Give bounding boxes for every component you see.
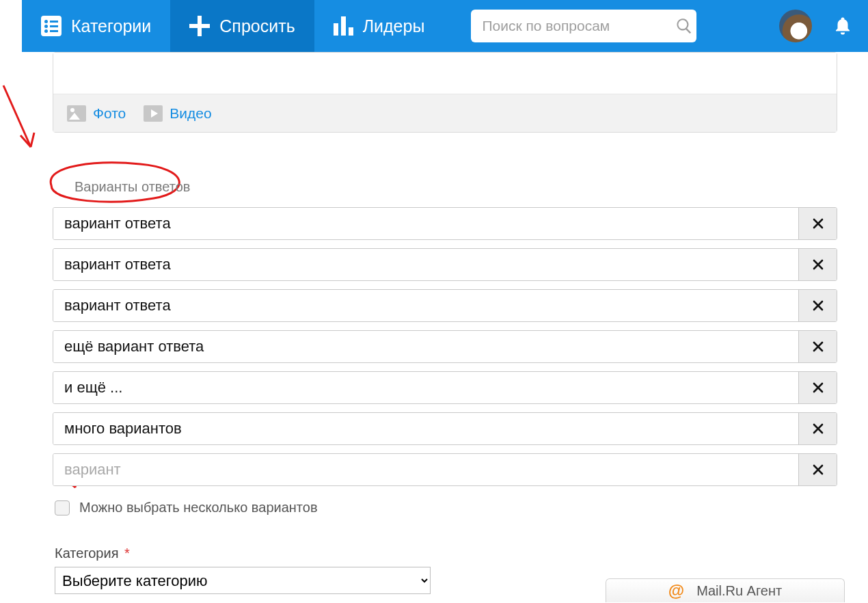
close-icon [812,423,824,435]
mailru-agent-button[interactable]: @ Mail.Ru Агент [606,578,845,602]
top-nav: Категории Спросить Лидеры [22,0,868,52]
option-row [53,248,837,281]
bars-icon [334,16,353,36]
page-content: Фото Видео Варианты ответов Можно выбрат… [22,52,868,594]
list-icon [41,16,62,36]
option-input[interactable] [53,372,798,403]
category-label: Категория [55,546,119,561]
add-photo-button[interactable]: Фото [67,105,126,122]
video-icon [144,105,163,122]
nav-categories-label: Категории [71,16,151,36]
close-icon [812,217,824,230]
answers-section-label: Варианты ответов [74,179,868,195]
option-input[interactable] [53,208,798,239]
multiselect-row: Можно выбрать несколько вариантов [55,500,868,515]
bell-icon [832,16,853,36]
option-input[interactable] [53,413,798,444]
option-row [53,289,837,322]
nav-ask-label: Спросить [219,16,295,36]
media-toolbar: Фото Видео [53,94,837,132]
nav-categories[interactable]: Категории [22,0,170,52]
plus-icon [189,16,210,36]
option-row [53,330,837,363]
search-input[interactable] [471,18,672,34]
search-box [471,10,696,42]
nav-ask[interactable]: Спросить [170,0,314,52]
search-button[interactable] [672,10,696,42]
remove-option-button[interactable] [798,331,837,362]
close-icon [812,464,824,476]
at-icon: @ [668,581,684,600]
option-input-new[interactable] [53,454,798,485]
mailru-agent-label: Mail.Ru Агент [696,583,782,599]
answer-options [53,207,837,486]
multiselect-label: Можно выбрать несколько вариантов [79,500,318,515]
multiselect-checkbox[interactable] [55,500,70,515]
option-row [53,207,837,240]
category-select[interactable]: Выберите категорию [55,567,431,594]
question-editor: Фото Видео [53,52,837,133]
avatar[interactable] [779,10,812,42]
remove-option-button[interactable] [798,454,837,485]
close-icon [812,381,824,394]
add-video-button[interactable]: Видео [144,105,211,122]
option-input[interactable] [53,290,798,321]
editor-textarea[interactable] [53,53,837,94]
required-mark: * [124,546,130,561]
close-icon [812,340,824,353]
close-icon [812,299,824,312]
option-input[interactable] [53,331,798,362]
remove-option-button[interactable] [798,208,837,239]
option-row [53,371,837,404]
search-icon [675,17,693,35]
add-video-label: Видео [169,105,211,122]
remove-option-button[interactable] [798,249,837,280]
close-icon [812,258,824,271]
notifications-button[interactable] [831,14,854,38]
option-row [53,412,837,445]
option-row [53,453,837,486]
photo-icon [67,105,86,122]
nav-leaders-label: Лидеры [363,16,425,36]
add-photo-label: Фото [93,105,126,122]
category-label-row: Категория * [55,546,868,561]
remove-option-button[interactable] [798,290,837,321]
nav-leaders[interactable]: Лидеры [314,0,444,52]
remove-option-button[interactable] [798,413,837,444]
remove-option-button[interactable] [798,372,837,403]
option-input[interactable] [53,249,798,280]
